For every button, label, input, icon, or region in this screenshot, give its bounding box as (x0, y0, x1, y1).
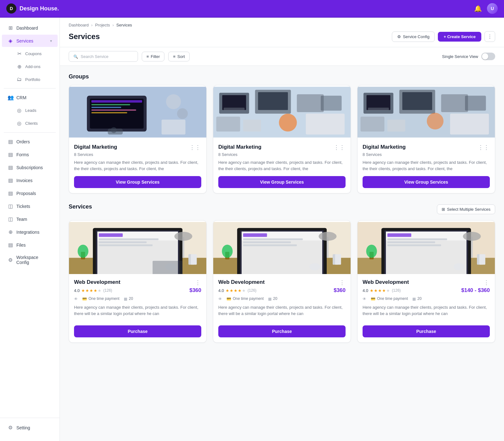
svg-rect-23 (321, 96, 341, 111)
sidebar-item-setting[interactable]: Setting (2, 421, 58, 434)
group-card-3-menu-icon[interactable]: ⋮ (477, 144, 490, 151)
svg-rect-35 (465, 96, 486, 111)
group-card-2-menu-icon[interactable]: ⋮ (333, 144, 346, 151)
sidebar-label-portfolio: Portfolio (25, 77, 40, 82)
sidebar-item-dashboard[interactable]: Dashboard (2, 22, 58, 34)
service-card-3-rating: 4.0 ★★★★★ (126) (363, 288, 401, 293)
service-card-1-menu-icon[interactable]: ⋮ (194, 279, 201, 286)
sidebar-item-services[interactable]: Services ▾ (2, 35, 58, 47)
sidebar-item-addons[interactable]: Add-ons (2, 60, 58, 73)
svg-rect-6 (91, 109, 136, 111)
sidebar-label-addons: Add-ons (25, 64, 40, 69)
sidebar-item-portfolio[interactable]: Portfolio (2, 73, 58, 85)
more-options-button[interactable]: ⋮ (484, 31, 495, 42)
content: Groups (60, 66, 504, 441)
breadcrumb-dashboard[interactable]: Dashboard (69, 23, 89, 27)
purchase-button-3[interactable]: Purchase (363, 325, 490, 337)
sidebar-item-forms[interactable]: Forms (2, 148, 58, 161)
svg-rect-74 (335, 254, 341, 265)
group-image-1 (69, 85, 206, 139)
service-image-3 (358, 220, 495, 274)
sidebar-item-invoices[interactable]: Invoices (2, 174, 58, 186)
stars-1: ★★★★★ (81, 288, 102, 293)
svg-point-21 (279, 114, 297, 132)
service-card-3-desc: Here agency can manage their clients, pr… (363, 304, 490, 317)
service-card-3-title-row: Web Development ⋮ (363, 279, 490, 286)
single-service-view-label: Single Service View (442, 54, 478, 59)
payment-meta-3: One time payment (371, 296, 408, 301)
svg-rect-45 (99, 241, 147, 243)
avatar[interactable]: U (487, 3, 498, 14)
service-card-3-body: Web Development ⋮ 4.0 ★★★★★ (126) $140 -… (358, 274, 495, 342)
svg-rect-30 (441, 94, 468, 112)
svg-rect-82 (387, 233, 411, 237)
view-group-services-button-3[interactable]: View Group Services (363, 176, 490, 188)
sidebar-label-files: Files (16, 243, 26, 248)
groups-section-title: Groups (69, 73, 495, 80)
filter-button[interactable]: ≡ Filter (142, 52, 164, 61)
service-card-2-menu-icon[interactable]: ⋮ (339, 279, 346, 286)
sidebar-item-clients[interactable]: Clients (2, 117, 58, 129)
view-group-services-button-2[interactable]: View Group Services (218, 176, 346, 188)
service-card-1: Web Development ⋮ 4.0 ★★★★★ (126) $360 (69, 220, 207, 343)
service-card-2-image (213, 220, 351, 274)
svg-rect-18 (297, 94, 324, 112)
search-input[interactable] (81, 54, 133, 59)
main-content: Dashboard › Projects › Services Services… (60, 18, 504, 441)
subscriptions-icon (8, 164, 13, 170)
sort-button[interactable]: ≡ Sort (168, 52, 189, 61)
grid-icon (8, 25, 13, 31)
single-service-view-toggle[interactable] (481, 53, 495, 60)
create-service-button[interactable]: + Create Service (438, 32, 481, 42)
count-icon-2 (268, 296, 272, 301)
clients-icon (16, 120, 22, 126)
group-card-1-body: Digital Marketing ⋮ 8 Services Here agen… (69, 139, 206, 193)
payment-meta-1: One time payment (82, 296, 119, 301)
svg-point-91 (366, 245, 377, 258)
group-card-1-menu-icon[interactable]: ⋮ (189, 144, 201, 151)
sidebar-item-subscriptions[interactable]: Subscriptions (2, 161, 58, 174)
payment-icon-1 (82, 296, 87, 301)
forms-icon (8, 152, 13, 158)
breadcrumb: Dashboard › Projects › Services (69, 23, 495, 27)
sidebar-item-proposals[interactable]: Proposals (2, 187, 58, 199)
sidebar-label-integrations: Integrations (16, 230, 39, 235)
sidebar-item-orders[interactable]: Orders (2, 135, 58, 148)
sidebar-item-files[interactable]: Files (2, 239, 58, 251)
group-card-2-title: Digital Marketing (218, 144, 261, 150)
orders-icon (8, 139, 13, 145)
view-group-services-button-1[interactable]: View Group Services (74, 176, 201, 188)
coupon-icon (16, 51, 22, 57)
tickets-icon (8, 203, 13, 209)
eye-off-icon-1 (74, 296, 78, 301)
sidebar-item-workspace-config[interactable]: Workspace Config (2, 252, 58, 268)
sidebar-item-tickets[interactable]: Tickets (2, 200, 58, 212)
count-meta-2: 20 (268, 296, 277, 301)
sidebar-label-forms: Forms (16, 152, 29, 157)
sidebar-item-crm[interactable]: CRM (2, 91, 58, 104)
payment-type-2: One time payment (233, 296, 264, 301)
group-card-3-body: Digital Marketing ⋮ 8 Services Here agen… (358, 139, 495, 193)
service-card-3-menu-icon[interactable]: ⋮ (483, 279, 490, 286)
purchase-button-2[interactable]: Purchase (218, 325, 346, 337)
sidebar-label-team: Team (16, 217, 27, 222)
service-config-button[interactable]: ⚙ Service Config (392, 32, 435, 42)
payment-meta-2: One time payment (226, 296, 264, 301)
service-card-2-rating: 4.0 ★★★★★ (126) (218, 288, 256, 293)
sidebar-label-orders: Orders (16, 139, 30, 144)
svg-rect-20 (243, 120, 261, 132)
purchase-button-1[interactable]: Purchase (74, 325, 201, 337)
notification-bell-icon[interactable]: 🔔 (474, 5, 482, 12)
group-card-2: Digital Marketing ⋮ 8 Services Here agen… (213, 85, 351, 193)
svg-rect-2 (90, 99, 144, 129)
sidebar-item-integrations[interactable]: Integrations (2, 226, 58, 238)
services-cards-grid: Web Development ⋮ 4.0 ★★★★★ (126) $360 (69, 220, 495, 343)
breadcrumb-projects[interactable]: Projects (95, 23, 110, 27)
proposals-icon (8, 190, 13, 196)
select-multiple-services-button[interactable]: ⊞ Select Multiple Services (437, 204, 495, 214)
sidebar-item-team[interactable]: Team (2, 213, 58, 225)
sidebar-item-coupons[interactable]: Coupons (2, 48, 58, 60)
sidebar-label-subscriptions: Subscriptions (16, 165, 43, 170)
rating-value-3: 4.0 (363, 288, 368, 293)
sidebar-item-leads[interactable]: Leads (2, 104, 58, 117)
